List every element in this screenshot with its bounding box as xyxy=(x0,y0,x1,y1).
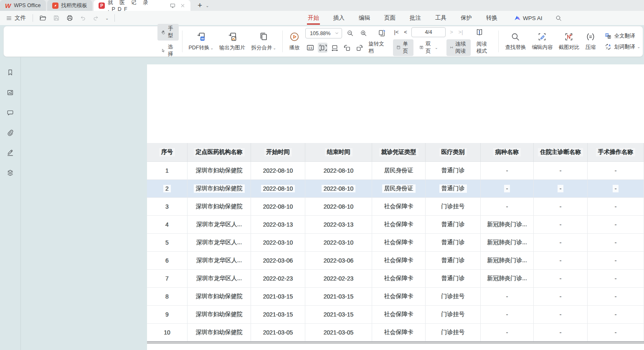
tab-list-chevron-icon[interactable]: ⌄ xyxy=(205,0,209,11)
menu-search-icon[interactable] xyxy=(555,15,562,22)
word-translate-button[interactable]: 文A 划词翻译 ⌄ xyxy=(602,42,643,51)
new-tab-button[interactable]: + xyxy=(198,0,202,11)
fit-width-button[interactable] xyxy=(330,43,340,53)
edit-content-button[interactable]: 编辑内容 xyxy=(529,31,555,52)
edit-content-label: 编辑内容 xyxy=(532,44,553,51)
split-merge-button[interactable]: 拆分合并⌄ xyxy=(248,31,279,52)
table-row[interactable]: 8深圳市妇幼保健院2021-03-152021-03-15社会保障卡门诊挂号--… xyxy=(147,288,644,306)
pdf-convert-button[interactable]: W PDF转换⌄ xyxy=(186,31,217,52)
compress-button[interactable]: 压缩 xyxy=(582,31,598,52)
actual-size-button[interactable]: 1:1 xyxy=(305,43,315,53)
menu-comment[interactable]: 批注 xyxy=(409,14,422,22)
page-number-input[interactable] xyxy=(411,27,446,37)
menu-protect[interactable]: 保护 xyxy=(460,14,473,22)
rotate-right-button[interactable] xyxy=(355,43,364,53)
signature-icon[interactable] xyxy=(4,146,17,159)
attachment-icon[interactable] xyxy=(4,126,17,139)
menu-home[interactable]: 开始 xyxy=(307,14,320,22)
column-header: 定点医药机构名称 xyxy=(188,143,251,161)
table-cell: 2 xyxy=(147,180,188,197)
continuous-read-button[interactable]: 连续阅读 xyxy=(446,39,471,56)
table-cell: 2022-03-06 xyxy=(251,252,305,269)
table-cell: 普通门诊 xyxy=(426,162,481,179)
table-cell: 社会保障卡 xyxy=(372,216,426,233)
comment-icon[interactable] xyxy=(4,106,17,119)
wps-ai-button[interactable]: WPS AI xyxy=(514,15,543,21)
svg-text:A: A xyxy=(609,44,611,47)
single-page-icon xyxy=(396,44,401,51)
tab-wps-office[interactable]: W WPS Office xyxy=(0,0,46,11)
table-row[interactable]: 4深圳市龙华区人...2022-03-132022-03-13社会保障卡普通门诊… xyxy=(147,216,644,234)
menu-insert[interactable]: 插入 xyxy=(332,14,345,22)
table-cell: 门诊挂号 xyxy=(426,324,481,341)
tab-docer-templates[interactable]: 找稻壳模板 xyxy=(47,0,93,11)
layers-icon[interactable] xyxy=(4,166,17,179)
fit-page-button[interactable] xyxy=(318,43,327,53)
quick-access-chevron-icon[interactable]: ⌄ xyxy=(105,16,109,20)
table-row[interactable]: 6深圳市龙华区人...2022-03-062022-03-06社会保障卡普通门诊… xyxy=(147,252,644,270)
save-button[interactable] xyxy=(53,14,60,22)
table-row[interactable]: 1深圳市妇幼保健院2022-08-102022-08-10居民身份证普通门诊--… xyxy=(147,162,644,180)
thumbnail-image-icon[interactable] xyxy=(4,86,17,99)
zoom-out-button[interactable] xyxy=(345,28,355,38)
redo-button[interactable] xyxy=(92,15,99,22)
double-page-button[interactable]: 双页 ⌄ xyxy=(416,39,441,56)
table-row[interactable]: 7深圳市龙华区人...2022-02-232022-02-23社会保障卡普通门诊… xyxy=(147,270,644,288)
hand-tool-button[interactable]: 手型 xyxy=(157,24,179,41)
print-button[interactable] xyxy=(66,14,74,22)
zoom-level-combobox[interactable]: 105.88% xyxy=(305,28,342,38)
close-icon[interactable] xyxy=(180,3,185,8)
rotate-document-icon[interactable] xyxy=(376,28,387,38)
rotate-document-label[interactable]: 旋转文档 xyxy=(368,41,387,55)
table-cell: 2021-03-15 xyxy=(251,306,305,323)
table-cell: 新冠肺炎门诊... xyxy=(481,234,534,251)
read-mode-icon[interactable] xyxy=(474,27,485,37)
next-page-button[interactable]: > xyxy=(448,29,455,35)
export-image-button[interactable]: 输出为图片 xyxy=(216,31,248,52)
table-row[interactable]: 2深圳市妇幼保健院2022-08-102022-08-10居民身份证普通门诊--… xyxy=(147,180,644,198)
open-file-button[interactable] xyxy=(39,14,47,22)
previous-page-button[interactable]: < xyxy=(402,29,409,35)
table-cell: 6 xyxy=(147,252,188,269)
zoom-in-button[interactable] xyxy=(358,28,369,38)
table-cell: 居民身份证 xyxy=(372,162,426,179)
table-cell: 2022-08-10 xyxy=(251,180,305,197)
file-menu-button[interactable]: 文件 xyxy=(0,14,30,22)
toolbar: 手型 选择 W PDF转换⌄ 输出为图片 拆分合并⌄ 播放 105.88% xyxy=(3,26,643,57)
table-row[interactable]: 10深圳市妇幼保健院2021-03-052021-03-05社会保障卡门诊挂号-… xyxy=(147,324,644,342)
table-cell: 2022-03-13 xyxy=(305,216,372,233)
single-page-button[interactable]: 单页 xyxy=(393,39,413,56)
undo-button[interactable] xyxy=(79,15,86,22)
last-page-button[interactable]: >| xyxy=(457,29,464,35)
screenshot-compare-button[interactable]: 截图对比 xyxy=(555,31,582,52)
menu-tools[interactable]: 工具 xyxy=(434,14,447,22)
play-button[interactable]: 播放 xyxy=(286,31,303,52)
table-row[interactable]: 5深圳市龙华区人...2022-03-102022-03-10社会保障卡普通门诊… xyxy=(147,234,644,252)
read-mode-button[interactable]: 阅读模式 xyxy=(473,39,492,56)
compress-icon xyxy=(586,32,596,42)
table-cell: 社会保障卡 xyxy=(372,252,426,269)
menu-edit[interactable]: 编辑 xyxy=(358,14,371,22)
bookmark-icon[interactable] xyxy=(4,66,17,79)
find-replace-button[interactable]: 查找替换 xyxy=(502,31,529,52)
table-row[interactable]: 3深圳市妇幼保健院2022-08-102022-08-10社会保障卡门诊挂号--… xyxy=(147,198,644,216)
select-tool-button[interactable]: 选择 xyxy=(157,42,179,59)
table-cell: 2022-08-10 xyxy=(305,162,372,179)
rotate-left-button[interactable] xyxy=(342,43,352,53)
menu-page[interactable]: 页面 xyxy=(383,14,396,22)
full-text-translate-button[interactable]: A 全文翻译 xyxy=(602,31,643,41)
table-cell: 深圳市妇幼保健院 xyxy=(188,198,251,215)
svg-text:A: A xyxy=(606,34,608,36)
table-row[interactable]: 9深圳市妇幼保健院2021-03-152021-03-15社会保障卡门诊挂号--… xyxy=(147,306,644,324)
pdf-page[interactable]: 序号定点医药机构名称开始时间结束时间就诊凭证类型医疗类别病种名称住院主诊断名称手… xyxy=(147,64,644,350)
first-page-button[interactable]: |< xyxy=(393,29,400,35)
screenshot-compare-icon xyxy=(564,32,574,42)
monitor-icon[interactable] xyxy=(170,3,176,9)
menu-convert[interactable]: 转换 xyxy=(485,14,498,22)
tab-document-pdf[interactable]: P 就 医 记 录 .PDF xyxy=(94,0,190,11)
table-cell: 2021-03-05 xyxy=(251,324,305,341)
table-cell: - xyxy=(588,324,644,341)
table-cell: - xyxy=(534,180,588,197)
wps-logo: W xyxy=(5,2,11,9)
table-cell: 1 xyxy=(147,162,188,179)
